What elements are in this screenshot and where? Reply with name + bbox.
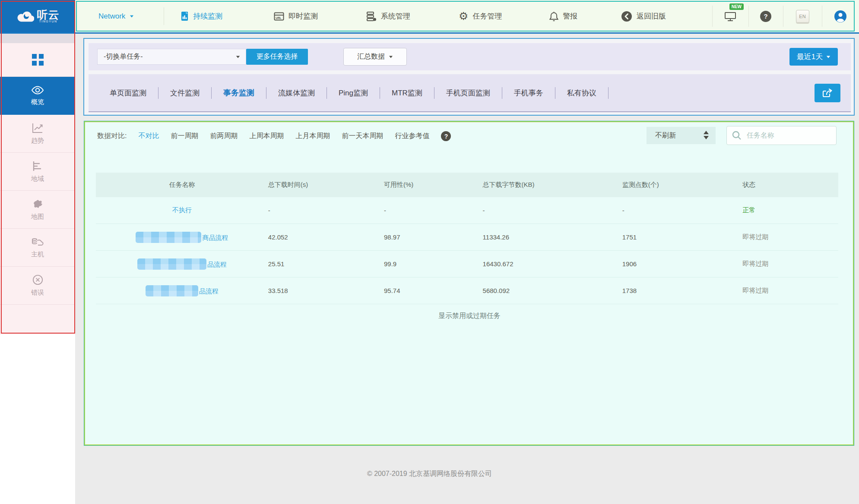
sidebar-item-map[interactable]: 地图 [0,191,75,229]
back-arrow-circle-icon [621,11,632,22]
nav-label: 警报 [563,11,577,21]
task-select-dropdown[interactable]: -切换单任务- [97,49,246,65]
task-name-link[interactable]: 商品流程 [202,234,228,241]
cell-availability: 99.9 [384,260,483,268]
tasks-table: 任务名称 总下载时间(s) 可用性(%) 总下载字节数(KB) 监测点数(个) … [96,173,838,304]
col-header-total-download-time: 总下载时间(s) [268,181,384,189]
status-badge: 即将过期 [742,233,838,241]
table-row: 品流程 25.51 99.9 16430.672 1906 即将过期 [96,251,838,277]
cell-availability: 95.74 [384,287,483,294]
compare-option-industry-reference[interactable]: 行业参考值 [395,132,429,141]
col-header-monitor-points: 监测点数(个) [622,181,742,189]
date-range-button[interactable]: 最近1天 [789,48,838,66]
compare-option-same-period-last-week[interactable]: 上周本周期 [249,132,284,141]
top-navbar: 听云 TINGYUN Network 持续监测 URL 即 [0,0,859,34]
tab-transaction[interactable]: 事务监测 [212,88,266,98]
sidebar-item-errors[interactable]: 错误 [0,267,75,305]
brand-name: 听云 [37,9,60,20]
search-icon [732,130,742,141]
tab-single-page[interactable]: 单页面监测 [98,88,158,98]
tab-mobile-page[interactable]: 手机页面监测 [434,88,502,98]
compare-option-prev-two-periods[interactable]: 前两周期 [210,132,238,141]
task-controls-bar: -切换单任务- 更多任务选择 汇总数据 最近1天 [89,43,851,70]
chevron-down-icon [236,56,240,58]
table-row: 不执行 - - - - 正常 [96,197,838,224]
cell-bytes: 5680.092 [483,287,622,294]
bell-icon [549,11,558,22]
whats-new-button[interactable]: NEW [712,0,748,32]
compare-option-prev-period[interactable]: 前一周期 [171,132,198,141]
help-button[interactable]: ? [748,0,783,32]
col-header-availability: 可用性(%) [384,181,483,189]
sidebar-item-overview[interactable]: 概览 [0,77,75,115]
tab-file[interactable]: 文件监测 [158,88,211,98]
cell-points: 1906 [622,260,742,268]
sidebar-item-apps-grid[interactable] [0,43,75,77]
task-select-value: -切换单任务- [104,52,143,61]
nav-item-task-management[interactable]: ⚙ 任务管理 [459,0,502,32]
tab-ping[interactable]: Ping监测 [327,88,380,98]
brand-subtitle: TINGYUN [39,20,57,23]
col-header-total-bytes: 总下载字节数(KB) [483,181,622,189]
nav-label: 即时监测 [288,11,318,21]
sidebar-item-label: 主机 [31,250,44,258]
new-badge: NEW [729,3,744,10]
task-search [726,126,837,145]
compare-option-same-period-last-month[interactable]: 上月本周期 [295,132,330,141]
refresh-interval-select[interactable]: 不刷新 [647,127,716,144]
chevron-down-icon [389,56,393,58]
nav-item-continuous-monitoring[interactable]: 持续监测 [181,0,222,32]
sidebar-item-region[interactable]: 地域 [0,153,75,191]
product-name: Network [98,12,125,21]
sidebar-item-host[interactable]: 主机 [0,229,75,267]
task-name-link[interactable]: 品流程 [207,261,227,268]
tab-private-protocol[interactable]: 私有协议 [555,88,608,98]
share-button[interactable] [815,84,840,102]
servers-icon [366,11,377,22]
cell-time: 42.052 [268,233,384,241]
compare-help-icon[interactable]: ? [441,131,451,141]
copyright-footer: © 2007-2019 北京基调网络股份有限公司 [0,469,859,479]
nav-item-back-to-old-version[interactable]: 返回旧版 [621,0,666,32]
nav-label: 持续监测 [193,11,222,21]
summary-data-button[interactable]: 汇总数据 [343,48,407,66]
show-disabled-tasks-link[interactable]: 显示禁用或过期任务 [85,312,854,321]
nav-item-system-management[interactable]: 系统管理 [366,0,410,32]
brand-logo[interactable]: 听云 TINGYUN [0,0,75,32]
share-icon [822,88,833,98]
cell-time: - [268,207,384,214]
compare-option-same-period-prev-day[interactable]: 前一天本周期 [342,132,383,141]
search-input[interactable] [726,126,837,145]
compare-row: 数据对比: 不对比 前一周期 前两周期 上周本周期 上月本周期 前一天本周期 行… [97,131,451,141]
sidebar: 概览 趋势 地域 地图 [0,34,75,504]
cell-bytes: 11334.26 [483,233,622,241]
refresh-value: 不刷新 [655,131,676,140]
redacted-text-block [137,258,206,270]
user-avatar[interactable] [822,0,859,32]
compare-label: 数据对比: [97,132,127,141]
nav-item-alerts[interactable]: 警报 [549,0,577,32]
cell-availability: - [384,207,483,214]
nav-item-instant-monitoring[interactable]: URL 即时监测 [274,0,318,32]
task-name-link[interactable]: 品流程 [199,287,219,295]
compare-option-none[interactable]: 不对比 [138,132,159,141]
sidebar-item-label: 概览 [31,98,44,106]
table-row: 商品流程 42.052 98.97 11334.26 1751 即将过期 [96,224,838,251]
tab-streaming[interactable]: 流媒体监测 [266,88,326,98]
tab-mobile-transaction[interactable]: 手机事务 [502,88,555,98]
sidebar-item-trend[interactable]: 趋势 [0,115,75,153]
cell-time: 25.51 [268,260,384,268]
chevron-down-icon [827,56,830,58]
cloud-logo-icon [16,10,34,23]
sidebar-top-strip [0,34,75,43]
product-switcher[interactable]: Network [98,0,134,32]
language-switch-button[interactable]: EN [783,0,822,32]
tab-mtr[interactable]: MTR监测 [380,88,434,98]
table-header-row: 任务名称 总下载时间(s) 可用性(%) 总下载字节数(KB) 监测点数(个) … [96,173,838,197]
redacted-text-block [136,232,201,243]
language-key-icon: EN [796,10,809,23]
cell-points: 1751 [622,233,742,241]
task-name-link[interactable]: 不执行 [172,206,192,214]
more-tasks-button[interactable]: 更多任务选择 [246,49,308,65]
table-row: 品流程 33.518 95.74 5680.092 1738 即将过期 [96,277,838,304]
